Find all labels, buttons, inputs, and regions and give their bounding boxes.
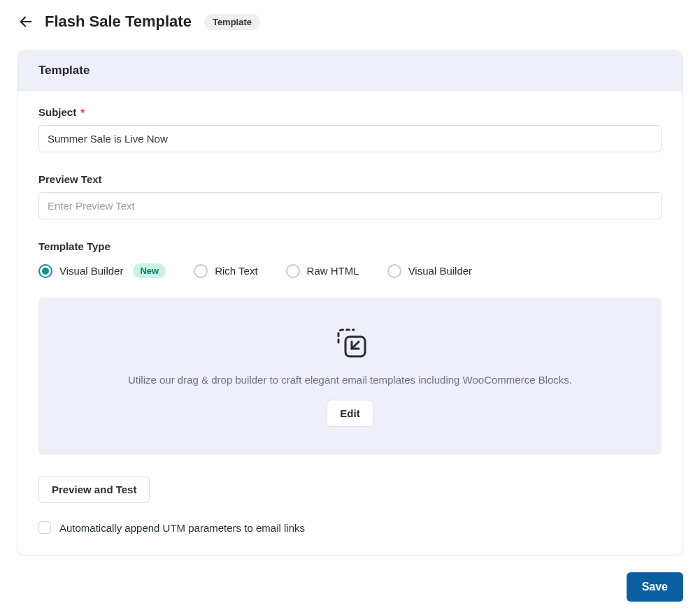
card-heading: Template	[17, 51, 683, 91]
arrow-left-icon	[18, 14, 34, 29]
radio-icon	[286, 264, 300, 278]
back-button[interactable]	[17, 13, 35, 31]
builder-description: Utilize our drag & drop builder to craft…	[59, 374, 641, 386]
subject-input[interactable]	[38, 125, 662, 152]
subject-field: Subject *	[38, 106, 662, 152]
builder-panel: Utilize our drag & drop builder to craft…	[38, 298, 662, 455]
template-type-option-raw-html[interactable]: Raw HTML	[286, 264, 359, 278]
new-badge: New	[133, 263, 166, 278]
preview-and-test-button[interactable]: Preview and Test	[38, 476, 150, 503]
template-type-option-visual-builder[interactable]: Visual Builder	[387, 264, 472, 278]
drag-drop-icon	[333, 326, 368, 361]
template-card: Template Subject * Preview Text Template…	[17, 50, 683, 555]
page-header: Flash Sale Template Template	[17, 13, 683, 31]
edit-template-button[interactable]: Edit	[327, 400, 373, 427]
template-type-option-visual-builder-new[interactable]: Visual Builder New	[38, 263, 166, 278]
save-button[interactable]: Save	[627, 572, 683, 602]
template-type-field: Template Type Visual Builder New Rich Te…	[38, 240, 662, 455]
required-star-icon: *	[80, 106, 85, 118]
radio-icon	[38, 264, 52, 278]
utm-label: Automatically append UTM parameters to e…	[59, 522, 305, 534]
preview-text-field: Preview Text	[38, 173, 662, 219]
preview-text-label: Preview Text	[38, 173, 662, 185]
page-title: Flash Sale Template	[45, 13, 192, 31]
template-tag: Template	[204, 14, 260, 30]
template-type-label: Template Type	[38, 240, 662, 252]
radio-icon	[387, 264, 401, 278]
radio-icon	[194, 264, 208, 278]
template-type-option-rich-text[interactable]: Rich Text	[194, 264, 257, 278]
preview-text-input[interactable]	[38, 192, 662, 219]
utm-row: Automatically append UTM parameters to e…	[38, 521, 662, 534]
utm-checkbox[interactable]	[38, 521, 51, 534]
subject-label: Subject *	[38, 106, 662, 118]
